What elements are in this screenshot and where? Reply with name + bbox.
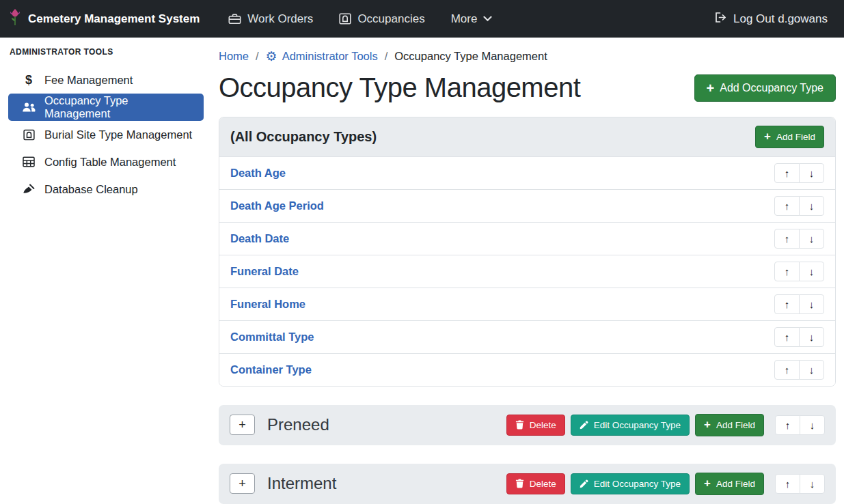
edit-occupancy-type-button[interactable]: Edit Occupancy Type — [571, 415, 690, 436]
add-occupancy-type-label: Add Occupancy Type — [720, 82, 823, 94]
up-arrow-icon: ↑ — [785, 331, 790, 343]
field-link[interactable]: Death Date — [230, 232, 289, 245]
up-arrow-icon: ↑ — [785, 478, 791, 490]
down-arrow-icon: ↓ — [810, 478, 815, 490]
add-field-button[interactable]: + Add Field — [695, 473, 764, 495]
down-arrow-icon: ↓ — [809, 266, 815, 277]
move-up-button[interactable]: ↑ — [775, 415, 800, 435]
logout-button[interactable]: Log Out d.gowans — [714, 12, 828, 27]
move-up-button[interactable]: ↑ — [774, 327, 800, 347]
pencil-icon — [580, 479, 588, 488]
move-up-button[interactable]: ↑ — [774, 196, 800, 216]
reorder-button-group: ↑ ↓ — [775, 415, 825, 435]
broom-icon — [21, 184, 37, 195]
down-arrow-icon: ↓ — [809, 331, 815, 343]
navbar-links: Work Orders Occupancies More — [228, 12, 492, 26]
page-title: Occupancy Type Management — [219, 72, 580, 103]
reorder-button-group: ↑ ↓ — [774, 262, 824, 281]
app-title: Cemetery Management System — [28, 12, 200, 26]
move-up-button[interactable]: ↑ — [774, 163, 800, 183]
field-row: Death Age Period ↑ ↓ — [219, 189, 835, 222]
field-link[interactable]: Container Type — [230, 363, 312, 376]
move-up-button[interactable]: ↑ — [774, 229, 800, 249]
sidebar-item-occupancy-type-management[interactable]: Occupancy Type Management — [8, 94, 204, 121]
dollar-icon: $ — [21, 73, 37, 87]
move-down-button[interactable]: ↓ — [799, 196, 824, 216]
sidebar-item-fee-management[interactable]: $ Fee Management — [8, 66, 204, 94]
card-header: (All Occupancy Types) + Add Field — [219, 117, 835, 156]
breadcrumb-admin-tools-link[interactable]: ⚙ Administrator Tools — [266, 50, 378, 63]
nav-label: Work Orders — [247, 12, 313, 26]
delete-label: Delete — [530, 479, 556, 489]
field-link[interactable]: Funeral Home — [230, 298, 305, 311]
down-arrow-icon: ↓ — [809, 233, 815, 244]
move-down-button[interactable]: ↓ — [799, 262, 824, 281]
breadcrumb: Home / ⚙ Administrator Tools / Occupancy… — [219, 50, 836, 63]
edit-occupancy-type-button[interactable]: Edit Occupancy Type — [571, 473, 690, 494]
field-row: Funeral Date ↑ ↓ — [219, 255, 835, 288]
down-arrow-icon: ↓ — [809, 364, 815, 376]
move-down-button[interactable]: ↓ — [800, 474, 825, 494]
sidebar-item-label: Occupancy Type Management — [44, 94, 197, 120]
field-link[interactable]: Committal Type — [230, 331, 314, 344]
down-arrow-icon: ↓ — [809, 167, 815, 179]
plus-icon: + — [239, 418, 246, 432]
logout-icon — [714, 12, 727, 27]
delete-button[interactable]: Delete — [506, 473, 565, 494]
sidebar-item-database-cleanup[interactable]: Database Cleanup — [8, 176, 204, 203]
move-up-button[interactable]: ↑ — [774, 294, 800, 314]
app-brand[interactable]: Cemetery Management System — [8, 8, 200, 30]
expand-section-button[interactable]: + — [230, 415, 255, 435]
reorder-button-group: ↑ ↓ — [774, 327, 824, 347]
up-arrow-icon: ↑ — [785, 298, 790, 310]
move-down-button[interactable]: ↓ — [799, 360, 824, 380]
field-row: Death Age ↑ ↓ — [219, 156, 835, 189]
trash-icon — [515, 420, 524, 430]
pencil-icon — [580, 421, 588, 430]
reorder-button-group: ↑ ↓ — [775, 474, 825, 494]
delete-button[interactable]: Delete — [506, 415, 565, 436]
nav-more[interactable]: More — [451, 12, 493, 26]
breadcrumb-separator: / — [256, 50, 259, 63]
add-field-button[interactable]: + Add Field — [695, 414, 764, 436]
move-up-button[interactable]: ↑ — [775, 474, 800, 494]
chevron-down-icon — [483, 16, 492, 22]
down-arrow-icon: ↓ — [809, 298, 815, 310]
move-down-button[interactable]: ↓ — [799, 294, 824, 314]
occupancy-type-section-bar: + Interment Delete Edit Occupancy Type — [219, 464, 836, 504]
add-occupancy-type-button[interactable]: + Add Occupancy Type — [694, 74, 836, 102]
field-row: Death Date ↑ ↓ — [219, 222, 835, 255]
sidebar-item-config-table-management[interactable]: Config Table Management — [8, 148, 204, 176]
move-down-button[interactable]: ↓ — [799, 229, 824, 249]
move-up-button[interactable]: ↑ — [774, 360, 800, 380]
sidebar-item-label: Database Cleanup — [44, 183, 138, 196]
section-title: Preneed — [267, 415, 329, 434]
move-down-button[interactable]: ↓ — [799, 327, 824, 347]
users-icon — [21, 102, 37, 113]
nav-occupancies[interactable]: Occupancies — [339, 12, 424, 26]
edit-label: Edit Occupancy Type — [594, 420, 681, 430]
sidebar-item-burial-site-type-management[interactable]: Burial Site Type Management — [8, 121, 204, 148]
expand-section-button[interactable]: + — [230, 473, 255, 494]
add-field-button[interactable]: + Add Field — [755, 126, 824, 148]
nav-label: More — [451, 12, 478, 26]
flower-logo-icon — [8, 8, 22, 30]
all-occupancy-types-card: (All Occupancy Types) + Add Field Death … — [219, 117, 836, 387]
reorder-button-group: ↑ ↓ — [774, 196, 824, 216]
occupancy-type-sections: + Preneed Delete Edit Occupancy Type — [219, 405, 836, 504]
field-link[interactable]: Death Age Period — [230, 199, 324, 212]
down-arrow-icon: ↓ — [810, 419, 815, 431]
sidebar-item-label: Fee Management — [44, 74, 133, 87]
plus-icon: + — [704, 419, 711, 431]
move-down-button[interactable]: ↓ — [800, 415, 825, 435]
field-link[interactable]: Funeral Date — [230, 265, 299, 278]
plus-icon: + — [239, 477, 246, 491]
field-link[interactable]: Death Age — [230, 167, 286, 180]
move-up-button[interactable]: ↑ — [774, 262, 800, 281]
admin-sidebar: ADMINISTRATOR TOOLS $ Fee Management Occ… — [0, 38, 210, 504]
occupancies-icon — [339, 13, 351, 25]
section-title: Interment — [267, 474, 336, 493]
move-down-button[interactable]: ↓ — [799, 163, 824, 183]
breadcrumb-home-link[interactable]: Home — [219, 50, 249, 63]
nav-work-orders[interactable]: Work Orders — [228, 12, 313, 26]
